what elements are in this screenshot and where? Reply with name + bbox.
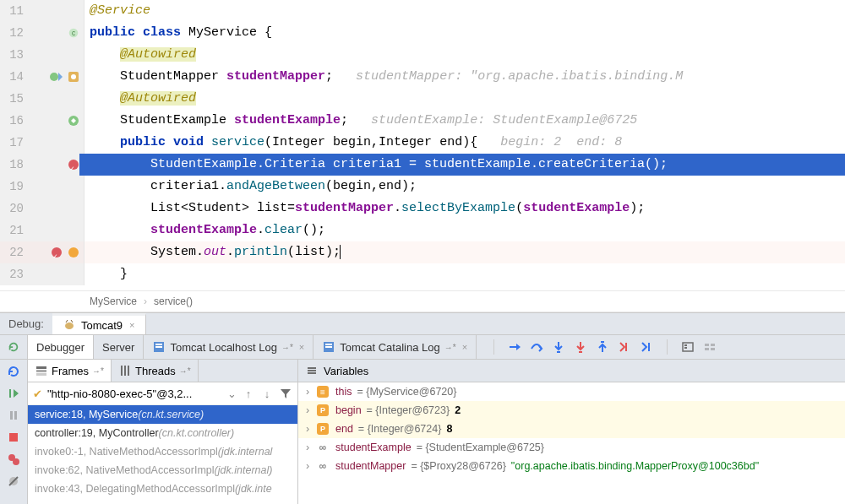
breakpoint-icon[interactable] xyxy=(67,158,80,171)
close-icon[interactable]: × xyxy=(129,320,134,330)
pin-icon: →* xyxy=(179,366,191,376)
thread-selector[interactable]: ✔ "http-nio-8080-exec-5"@3,2... ⌄ ↑ ↓ xyxy=(28,382,297,405)
show-execution-point-button[interactable] xyxy=(508,340,521,354)
code-text[interactable]: System.out.println(list); xyxy=(84,241,845,263)
tab-server[interactable]: Server xyxy=(94,335,144,359)
tomcat-icon xyxy=(63,318,76,332)
code-text[interactable]: public void service(Integer begin,Intege… xyxy=(84,132,845,154)
code-text[interactable]: List<Student> list=studentMapper.selectB… xyxy=(84,198,845,219)
tab-debugger[interactable]: Debugger xyxy=(28,335,94,359)
variables-list[interactable]: ›≡this = {MyService@6720}›Pbegin = {Inte… xyxy=(298,382,845,504)
mute-breakpoints-button[interactable] xyxy=(7,474,20,488)
variable-row[interactable]: ›≡this = {MyService@6720} xyxy=(298,382,845,401)
variable-row[interactable]: ›Pbegin = {Integer@6723} 2 xyxy=(298,401,845,420)
code-text[interactable]: @Service xyxy=(84,0,845,22)
code-text[interactable]: StudentExample.Criteria criteria1 = stud… xyxy=(84,154,845,176)
code-editor[interactable]: 11 @Service 12 C public class MyService … xyxy=(0,0,845,290)
variable-row[interactable]: ›Pend = {Integer@6724} 8 xyxy=(298,420,845,438)
text-caret xyxy=(340,245,341,259)
frame-package: (jdk.internal) xyxy=(215,464,273,476)
next-frame-button[interactable]: ↓ xyxy=(260,387,274,400)
code-text[interactable]: public class MyService { xyxy=(84,22,845,44)
close-icon[interactable]: × xyxy=(462,342,467,352)
code-line: 17 public void service(Integer begin,Int… xyxy=(0,132,845,154)
variable-value: = {$Proxy28@6726} xyxy=(411,460,505,472)
step-into-button[interactable] xyxy=(552,340,565,354)
threads-tab[interactable]: Threads →* xyxy=(112,360,199,382)
trace-current-stream-button[interactable] xyxy=(703,340,717,354)
run-config-tab[interactable]: Tomcat9 × xyxy=(52,313,146,334)
expand-chevron-icon[interactable]: › xyxy=(303,460,312,472)
step-toolbar xyxy=(480,335,725,359)
variable-name: begin xyxy=(335,404,362,416)
intention-bulb-icon[interactable] xyxy=(67,246,80,259)
evaluate-expression-button[interactable] xyxy=(681,340,695,354)
line-number: 16 xyxy=(3,110,24,132)
code-text[interactable]: @Autowired xyxy=(84,44,845,66)
close-icon[interactable]: × xyxy=(299,342,304,352)
view-breakpoints-button[interactable] xyxy=(7,453,20,466)
force-step-into-button[interactable] xyxy=(574,340,587,354)
implements-icon[interactable]: C xyxy=(67,26,80,40)
svg-rect-25 xyxy=(711,348,715,350)
svg-rect-14 xyxy=(557,351,560,353)
variable-value: = {MyService@6720} xyxy=(357,386,456,398)
filter-button[interactable] xyxy=(279,387,292,400)
spring-nav-icon[interactable] xyxy=(67,70,80,84)
prev-frame-button[interactable]: ↑ xyxy=(242,387,255,400)
variables-icon xyxy=(305,364,319,377)
line-number: 20 xyxy=(3,198,24,219)
frame-row[interactable]: invoke:43, DelegatingMethodAccessorImpl … xyxy=(28,480,297,498)
spring-bean-icon[interactable] xyxy=(67,114,80,127)
code-text[interactable]: @Autowired xyxy=(84,88,845,110)
frame-row[interactable]: service:18, MyService (cn.kt.service) xyxy=(28,405,297,424)
expand-chevron-icon[interactable]: › xyxy=(303,442,312,453)
line-number: 15 xyxy=(3,88,24,110)
gutter: 13 xyxy=(0,44,84,66)
frame-package: (jdk.inte xyxy=(235,483,272,495)
variable-value: = {Integer@6723} xyxy=(367,404,450,416)
resume-button[interactable] xyxy=(7,387,20,400)
drop-frame-button[interactable] xyxy=(618,340,631,354)
tab-catalina-log[interactable]: Tomcat Catalina Log →* × xyxy=(313,335,477,359)
code-line-execution: 18 StudentExample.Criteria criteria1 = s… xyxy=(0,154,845,176)
rerun-button[interactable] xyxy=(0,335,28,359)
breadcrumb-item[interactable]: MyService xyxy=(90,295,137,307)
svg-text:C: C xyxy=(72,30,75,37)
frames-tab[interactable]: Frames →* xyxy=(28,360,112,382)
gutter: 22 xyxy=(0,241,84,263)
pause-button[interactable] xyxy=(7,409,20,422)
frames-list[interactable]: service:18, MyService (cn.kt.service)con… xyxy=(28,405,297,504)
run-to-cursor-button[interactable] xyxy=(640,340,653,354)
expand-chevron-icon[interactable]: › xyxy=(303,386,312,398)
variable-value-string: "org.apache.ibatis.binding.MapperProxy@1… xyxy=(511,460,759,472)
code-text[interactable]: StudentExample studentExample; studentEx… xyxy=(84,110,845,132)
gutter: 20 xyxy=(0,198,84,219)
breadcrumb-item[interactable]: service() xyxy=(154,295,193,307)
step-over-button[interactable] xyxy=(530,340,543,354)
expand-chevron-icon[interactable]: › xyxy=(303,404,312,416)
frame-row[interactable]: invoke0:-1, NativeMethodAccessorImpl (jd… xyxy=(28,442,297,461)
expand-chevron-icon[interactable]: › xyxy=(303,423,312,435)
chevron-down-icon: ⌄ xyxy=(227,387,237,400)
variable-row[interactable]: ›∞studentMapper = {$Proxy28@6726} "org.a… xyxy=(298,457,845,475)
code-line: 20 List<Student> list=studentMapper.sele… xyxy=(0,198,845,219)
code-text[interactable]: studentExample.clear(); xyxy=(84,219,845,241)
tab-localhost-log[interactable]: Tomcat Localhost Log →* × xyxy=(144,335,313,359)
line-number: 21 xyxy=(3,219,24,241)
gutter: 16 xyxy=(0,110,84,132)
code-line: 14 StudentMapper studentMapper; studentM… xyxy=(0,66,845,88)
code-text[interactable]: StudentMapper studentMapper; studentMapp… xyxy=(84,66,845,88)
frame-package: (cn.kt.service) xyxy=(138,409,204,420)
code-text[interactable]: } xyxy=(84,263,845,285)
variable-row[interactable]: ›∞studentExample = {StudentExample@6725} xyxy=(298,438,845,457)
frame-row[interactable]: controller:19, MyController (cn.kt.contr… xyxy=(28,424,297,442)
spring-bean-icon[interactable] xyxy=(50,70,63,84)
stop-button[interactable] xyxy=(7,431,20,444)
frame-row[interactable]: invoke:62, NativeMethodAccessorImpl (jdk… xyxy=(28,461,297,480)
code-text[interactable]: criteria1.andAgeBetween(begin,end); xyxy=(84,176,845,198)
step-out-button[interactable] xyxy=(596,340,609,354)
update-button[interactable] xyxy=(7,365,20,378)
svg-rect-23 xyxy=(711,344,715,346)
breakpoint-icon[interactable] xyxy=(50,246,63,259)
